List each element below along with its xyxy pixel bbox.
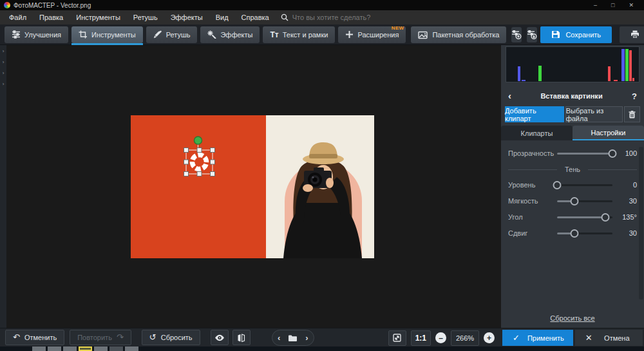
undo-button[interactable]: ↶ Отменить	[5, 330, 64, 345]
zoom-1to1-button[interactable]: 1:1	[411, 330, 431, 346]
slider-row: Уровень0	[508, 180, 637, 189]
tab-batch-processing[interactable]: Пакетная обработка	[411, 26, 506, 43]
menu-item-2[interactable]: Инструменты	[70, 10, 127, 24]
expand-chevron-icon[interactable]: ›	[3, 59, 5, 65]
next-photo-button[interactable]: ›	[305, 333, 308, 343]
search-box[interactable]: Что вы хотите сделать?	[281, 14, 371, 21]
slider-label: Прозрачность	[508, 149, 556, 157]
slider-value: 30	[618, 197, 637, 205]
cancel-button[interactable]: ✕ Отмена	[575, 330, 643, 346]
histogram-bar	[614, 80, 618, 81]
floppy-disk-icon	[551, 30, 560, 39]
slider-handle[interactable]	[570, 197, 578, 205]
menu-item-6[interactable]: Справка	[235, 10, 276, 24]
slider-track[interactable]	[557, 216, 612, 218]
scrollbar[interactable]	[639, 147, 643, 299]
thumbnail[interactable]	[94, 346, 108, 351]
photo-navigator: ‹ ›	[272, 330, 314, 346]
menu-item-4[interactable]: Эффекты	[164, 10, 209, 24]
redo-button[interactable]: Повторить ↷	[70, 330, 131, 345]
thumbnail[interactable]	[125, 346, 138, 351]
menu-item-1[interactable]: Правка	[33, 10, 70, 24]
window-title: ФотоМАСТЕР - Vector.png	[14, 2, 91, 9]
collapsed-left-panel[interactable]: ››››	[0, 45, 6, 328]
expand-chevron-icon[interactable]: ›	[3, 48, 5, 54]
tab-cliparts[interactable]: Клипарты	[501, 126, 573, 140]
bottom-toolbar: ↶ Отменить Повторить ↷ ↺ Сбросить ‹ ›	[0, 328, 644, 346]
slider-track[interactable]	[557, 232, 612, 234]
preset-add-button[interactable]	[511, 27, 522, 43]
delete-clipart-button[interactable]	[624, 106, 640, 122]
opacity-sliders: Прозрачность100	[508, 149, 637, 158]
menu-item-5[interactable]: Вид	[209, 10, 235, 24]
thumbnail-selected[interactable]	[79, 346, 92, 351]
slider-label: Мягкость	[508, 197, 556, 205]
tab-enhancements[interactable]: Улучшения	[5, 26, 68, 43]
preview-original-button[interactable]	[211, 330, 229, 345]
print-button[interactable]: Печать	[620, 26, 644, 43]
zoom-controls: 1:1 – 266% +	[388, 330, 495, 346]
add-clipart-button[interactable]: Добавить клипарт	[505, 106, 564, 122]
app-logo-icon	[4, 2, 10, 8]
folder-icon[interactable]	[288, 334, 298, 342]
fit-expand-icon	[393, 334, 401, 342]
tab-effects[interactable]: Эффекты	[200, 26, 260, 43]
fit-to-screen-button[interactable]	[388, 330, 406, 346]
zoom-level[interactable]: 266%	[451, 330, 479, 346]
shadow-section-label: Тень	[557, 166, 588, 173]
maximize-button[interactable]: □	[611, 2, 614, 8]
thumbnail[interactable]	[109, 346, 123, 351]
menu-items: ФайлПравкаИнструментыРетушьЭффектыВидСпр…	[3, 10, 276, 24]
preset-export-button[interactable]	[527, 27, 537, 43]
slider-track[interactable]	[557, 153, 612, 155]
expand-chevron-icon[interactable]: ›	[3, 81, 5, 87]
slider-track[interactable]	[557, 184, 612, 186]
thumbnail[interactable]	[63, 346, 77, 351]
panel-title: Вставка картинки	[511, 92, 632, 100]
menu-item-0[interactable]: Файл	[3, 10, 33, 24]
close-button[interactable]: ✕	[629, 2, 634, 8]
thumbnail[interactable]	[32, 346, 46, 351]
slider-value: 135°	[618, 213, 637, 221]
slider-label: Угол	[508, 213, 556, 221]
clipart-selection[interactable]	[131, 115, 374, 258]
choose-from-file-button[interactable]: Выбрать из файла	[565, 106, 623, 122]
apply-button[interactable]: ✓ Применить	[502, 330, 573, 346]
slider-track[interactable]	[557, 200, 612, 202]
zoom-out-button[interactable]: –	[435, 332, 446, 343]
right-panel: ‹ Вставка картинки ? Добавить клипарт Вы…	[501, 45, 644, 328]
slider-handle[interactable]	[609, 149, 617, 158]
reset-all-link[interactable]: Сбросить все	[501, 314, 644, 328]
zoom-in-button[interactable]: +	[484, 332, 495, 343]
minimize-button[interactable]: –	[594, 2, 597, 8]
slider-handle[interactable]	[601, 213, 609, 222]
save-button[interactable]: Сохранить	[540, 26, 612, 43]
aperture-clipart	[191, 153, 209, 171]
search-icon	[281, 14, 289, 21]
text-icon: Tт	[270, 30, 278, 39]
tab-settings[interactable]: Настройки	[573, 126, 644, 140]
tab-tools[interactable]: Инструменты	[71, 26, 143, 43]
rotate-handle	[194, 137, 202, 144]
thumbnail[interactable]	[48, 346, 61, 351]
menu-item-3[interactable]: Ретушь	[127, 10, 164, 24]
slider-row: Прозрачность100	[508, 149, 637, 158]
panel-header: ‹ Вставка картинки ?	[501, 90, 644, 102]
app-window: ФотоМАСТЕР - Vector.png – □ ✕ ФайлПравка…	[0, 0, 644, 351]
before-after-compare-button[interactable]	[232, 330, 251, 345]
help-icon[interactable]: ?	[632, 91, 637, 101]
prev-photo-button[interactable]: ‹	[278, 333, 280, 343]
tab-retouch[interactable]: Ретушь	[146, 26, 198, 43]
slider-handle[interactable]	[570, 229, 578, 238]
close-x-icon: ✕	[585, 333, 592, 343]
slider-row: Сдвиг30	[508, 229, 637, 238]
slider-handle[interactable]	[553, 181, 562, 189]
tab-extensions[interactable]: NEW Расширения	[338, 26, 406, 43]
histogram	[506, 46, 639, 82]
histogram-bar	[518, 66, 521, 81]
enhance-sliders-icon	[12, 30, 21, 39]
expand-chevron-icon[interactable]: ›	[3, 70, 5, 76]
tab-text-frames[interactable]: Tт Текст и рамки	[263, 26, 335, 43]
compare-split-icon	[237, 334, 245, 342]
reset-button[interactable]: ↺ Сбросить	[142, 330, 200, 345]
